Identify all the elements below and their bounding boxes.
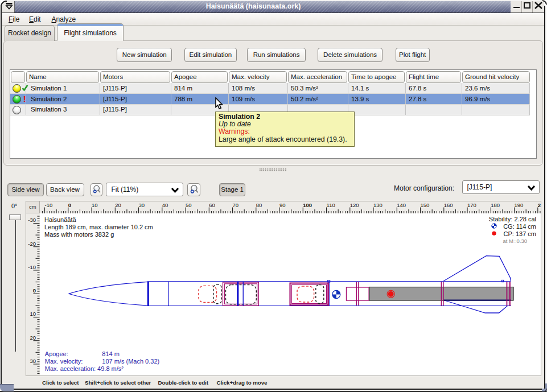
svg-text:20: 20	[115, 201, 121, 208]
svg-text:120: 120	[350, 201, 359, 208]
svg-text:CG: 114 cm: CG: 114 cm	[503, 223, 536, 230]
svg-text:160: 160	[444, 201, 453, 208]
svg-text:100: 100	[303, 201, 312, 208]
svg-text:150: 150	[421, 201, 430, 208]
svg-text:30: 30	[139, 201, 145, 208]
svg-text:Mass with motors 3832 g: Mass with motors 3832 g	[44, 231, 114, 238]
svg-text:180: 180	[491, 201, 500, 208]
svg-text:107 m/s (Mach 0.32): 107 m/s (Mach 0.32)	[102, 358, 159, 365]
svg-text:110: 110	[327, 201, 335, 208]
svg-text:Max. acceleration: 49.8 m/s²: Max. acceleration: 49.8 m/s²	[45, 365, 124, 372]
svg-text:80: 80	[256, 201, 262, 208]
svg-text:60: 60	[209, 201, 215, 208]
svg-text:170: 170	[467, 201, 476, 208]
svg-text:-10: -10	[28, 264, 36, 270]
svg-text:190: 190	[515, 201, 524, 208]
svg-text:-10: -10	[45, 201, 53, 208]
svg-text:10: 10	[30, 311, 36, 317]
svg-text:0: 0	[68, 201, 71, 208]
svg-text:Stability: 2.28 cal: Stability: 2.28 cal	[489, 216, 536, 222]
svg-text:Haisunäätä: Haisunäätä	[44, 216, 77, 223]
svg-text:CP: 137 cm: CP: 137 cm	[504, 230, 536, 237]
svg-text:50: 50	[186, 201, 192, 208]
svg-text:200: 200	[538, 201, 541, 208]
svg-text:40: 40	[162, 201, 168, 208]
svg-text:Length 189 cm, max. diameter 1: Length 189 cm, max. diameter 10.2 cm	[44, 224, 153, 230]
svg-text:10: 10	[92, 201, 98, 208]
svg-text:Apogee:: Apogee:	[45, 350, 68, 357]
svg-text:70: 70	[233, 201, 239, 208]
svg-text:20: 20	[30, 335, 36, 341]
svg-text:140: 140	[397, 201, 406, 208]
svg-text:30: 30	[30, 358, 36, 364]
svg-text:90: 90	[279, 201, 286, 208]
svg-text:-30: -30	[28, 217, 36, 223]
svg-text:0: 0	[32, 287, 35, 294]
svg-text:Max. velocity:: Max. velocity:	[45, 358, 83, 365]
svg-text:814 m: 814 m	[102, 350, 120, 357]
svg-text:at M=0.30: at M=0.30	[503, 238, 527, 244]
svg-text:-20: -20	[28, 241, 36, 247]
svg-text:130: 130	[373, 201, 383, 208]
